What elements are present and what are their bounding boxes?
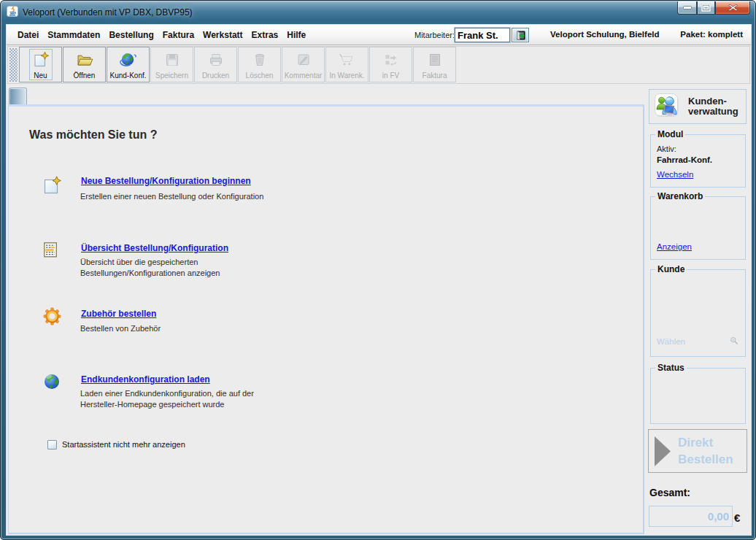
gesamt-label: Gesamt: <box>649 487 690 498</box>
desc-endkunden-line1: Laden einer Endkundenkonfiguration, die … <box>80 388 254 399</box>
link-zubehoer[interactable]: Zubehör bestellen <box>81 309 156 319</box>
play-triangle-icon <box>655 436 671 466</box>
new-document-icon <box>32 51 50 69</box>
anzeigen-link[interactable]: Anzeigen <box>657 242 692 251</box>
desc-zubehoer: Bestellen von Zubehör <box>80 323 161 334</box>
link-uebersicht[interactable]: Übersicht Bestellung/Konfiguration <box>81 243 228 253</box>
startassistent-checkbox-label: Startassistent nicht mehr anzeigen <box>62 440 185 449</box>
close-button[interactable] <box>715 1 750 15</box>
menu-stammdaten[interactable]: Stammdaten <box>47 30 100 40</box>
toolbar-kundkonf-button[interactable]: Kund-Konf. <box>107 47 150 82</box>
mitarbeiter-label: Mitarbeiter: <box>414 31 455 39</box>
kundenverwaltung-label: Kunden- verwaltung <box>688 96 738 117</box>
desc-neue-bestellung: Erstellen einer neuen Bestellung oder Ko… <box>80 191 263 202</box>
menu-faktura[interactable]: Faktura <box>163 30 194 40</box>
startassistent-checkbox[interactable] <box>47 440 57 450</box>
menu-bestellung[interactable]: Bestellung <box>109 30 153 40</box>
toolbar-neu-button[interactable]: Neu <box>19 47 62 82</box>
menu-datei[interactable]: Datei <box>18 30 39 40</box>
titlebar: Veloport (Verbunden mit VP DBX, DBVP95) <box>1 1 755 25</box>
globe-swoosh-icon <box>118 50 137 69</box>
menu-werkstatt[interactable]: Werkstatt <box>203 30 242 40</box>
mitarbeiter-field[interactable]: Frank St. <box>455 28 510 42</box>
transfer-arrows-icon <box>382 51 400 69</box>
modul-group: Modul Aktiv: Fahrrad-Konf. Wechseln <box>650 134 746 188</box>
menu-items: Datei Stammdaten Bestellung Faktura Werk… <box>18 25 306 45</box>
menu-hilfe[interactable]: Hilfe <box>287 30 306 40</box>
toolbar-loeschen-button[interactable]: Löschen <box>238 47 281 82</box>
menu-extras[interactable]: Extras <box>252 30 279 40</box>
mitarbeiter-switch-button[interactable] <box>512 28 529 42</box>
desc-uebersicht-line2: Bestellungen/Konfigurationen anzeigen <box>80 268 220 279</box>
window-frame: Veloport (Verbunden mit VP DBX, DBVP95) <box>0 0 756 540</box>
minimize-button[interactable] <box>677 1 697 15</box>
toolbar-drucken-button[interactable]: Drucken <box>194 47 237 82</box>
toolbar-grip[interactable] <box>9 48 18 82</box>
link-neue-bestellung[interactable]: Neue Bestellung/Konfiguration beginnen <box>81 176 251 186</box>
open-folder-icon <box>76 51 93 69</box>
cart-icon <box>338 51 355 69</box>
kundenverwaltung-button[interactable]: Kunden- verwaltung <box>649 89 747 124</box>
toolbar-kommentar-button[interactable]: Kommentar <box>282 47 325 82</box>
maximize-button[interactable] <box>697 1 715 15</box>
active-module-value: Fahrrad-Konf. <box>657 155 712 164</box>
minimize-icon <box>683 6 692 9</box>
maximize-icon <box>701 4 711 12</box>
overview-list-icon <box>44 242 58 258</box>
kunde-group: Kunde Wählen <box>650 269 746 357</box>
user-login-icon <box>515 30 526 41</box>
waehlen-link-disabled: Wählen <box>657 337 685 346</box>
new-document-icon <box>44 176 61 194</box>
currency-label: € <box>734 512 740 524</box>
kunde-group-title: Kunde <box>655 264 687 274</box>
customers-icon <box>652 91 682 122</box>
paket-label: Paket: komplett <box>680 30 743 39</box>
save-floppy-icon <box>163 51 181 69</box>
close-icon <box>728 4 738 12</box>
direkt-bestellen-label: Direkt Bestellen <box>678 434 733 468</box>
window-title: Veloport (Verbunden mit VP DBX, DBVP95) <box>23 7 193 18</box>
toolbar-buttons: Neu Öffnen <box>19 47 456 82</box>
link-endkundenkonfiguration[interactable]: Endkundenkonfiguration laden <box>81 374 210 385</box>
direkt-bestellen-button[interactable]: Direkt Bestellen <box>648 429 747 473</box>
tab-content-pane <box>8 104 644 534</box>
organization-label: Veloport Schulung, Bielfeld <box>550 30 660 39</box>
status-group: Status <box>650 368 746 424</box>
total-field[interactable]: 0,00 <box>649 506 733 527</box>
comment-note-icon <box>295 51 312 69</box>
modul-group-title: Modul <box>655 129 685 139</box>
gear-icon <box>43 307 61 325</box>
invoice-icon <box>426 51 444 69</box>
desc-uebersicht-line1: Übersicht über die gespeicherten <box>80 257 198 268</box>
trash-icon <box>251 51 269 69</box>
toolbar: Neu Öffnen <box>7 46 750 84</box>
desc-endkunden-line2: Hersteller-Homepage gespeichert wurde <box>80 399 224 410</box>
globe-icon <box>44 374 60 390</box>
printer-icon <box>207 51 225 69</box>
toolbar-oeffnen-button[interactable]: Öffnen <box>63 47 106 82</box>
page-title: Was möchten Sie tun ? <box>29 128 157 142</box>
toolbar-faktura-button[interactable]: Faktura <box>413 47 456 82</box>
java-cup-icon <box>7 6 18 17</box>
customer-search-icon <box>730 336 738 345</box>
aktiv-label: Aktiv: <box>657 144 676 153</box>
assistant-tab[interactable] <box>9 88 27 104</box>
application-window: Veloport (Verbunden mit VP DBX, DBVP95) <box>0 0 756 540</box>
toolbar-speichern-button[interactable]: Speichern <box>150 47 193 82</box>
status-group-title: Status <box>655 363 687 373</box>
wechseln-link[interactable]: Wechseln <box>657 170 693 179</box>
warenkorb-group-title: Warenkorb <box>655 191 705 201</box>
toolbar-infv-button[interactable]: in FV <box>369 47 412 82</box>
toolbar-inwarenkorb-button[interactable]: In Warenk. <box>325 47 369 82</box>
warenkorb-group: Warenkorb Anzeigen <box>650 196 746 260</box>
